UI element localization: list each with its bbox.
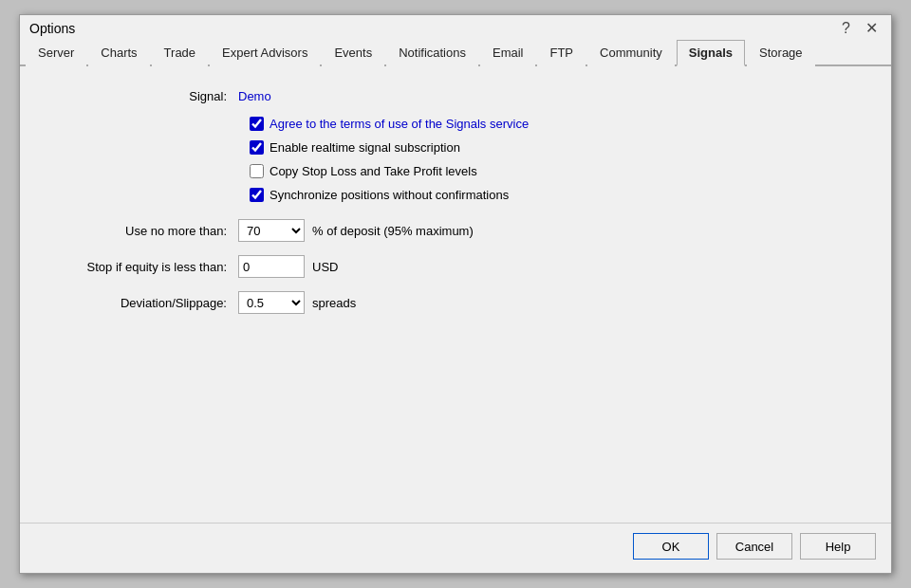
checkbox-realtime-signal[interactable]: Enable realtime signal subscription [250,140,863,155]
checkbox-realtime-signal-input[interactable] [250,140,264,155]
tab-notifications[interactable]: Notifications [386,40,478,66]
help-button[interactable]: Help [800,533,876,560]
content-area: Signal: Demo Agree to the terms of use o… [20,66,891,523]
checkbox-copy-stop-loss[interactable]: Copy Stop Loss and Take Profit levels [250,164,863,178]
signal-value: Demo [238,89,271,103]
help-icon-button[interactable]: ? [838,21,854,36]
form-rows: Use no more than: 70 75 80 85 90 95 % of… [48,219,863,314]
use-no-more-suffix: % of deposit (95% maximum) [312,224,474,238]
checkbox-realtime-signal-label: Enable realtime signal subscription [270,140,460,155]
stop-equity-suffix: USD [312,260,338,274]
stop-equity-row: Stop if equity is less than: USD [48,255,863,278]
cancel-button[interactable]: Cancel [716,533,792,560]
options-dialog: Options ? ✕ Server Charts Trade Expert A… [19,14,892,574]
title-bar: Options ? ✕ [20,15,891,40]
tab-signals[interactable]: Signals [677,40,745,66]
tab-events[interactable]: Events [322,40,384,66]
tab-bar: Server Charts Trade Expert Advisors Even… [20,40,891,66]
checkbox-synchronize[interactable]: Synchronize positions without confirmati… [250,188,863,202]
signal-label: Signal: [48,89,238,103]
tab-trade[interactable]: Trade [152,40,208,66]
use-no-more-control: 70 75 80 85 90 95 % of deposit (95% maxi… [238,219,474,242]
footer: OK Cancel Help [20,523,891,573]
checkbox-agree-terms[interactable]: Agree to the terms of use of the Signals… [250,117,863,131]
deviation-suffix: spreads [312,296,356,310]
stop-equity-control: USD [238,255,338,278]
deviation-row: Deviation/Slippage: 0.5 1 1.5 2 2.5 3 sp… [48,291,863,314]
checkboxes-section: Agree to the terms of use of the Signals… [250,117,863,202]
use-no-more-label: Use no more than: [48,224,238,238]
checkbox-agree-terms-label: Agree to the terms of use of the Signals… [270,117,529,131]
tab-ftp[interactable]: FTP [537,40,586,66]
checkbox-synchronize-input[interactable] [250,188,264,202]
deviation-label: Deviation/Slippage: [48,296,238,310]
tab-storage[interactable]: Storage [747,40,815,66]
deviation-dropdown[interactable]: 0.5 1 1.5 2 2.5 3 [238,291,305,314]
tab-community[interactable]: Community [587,40,675,66]
tab-charts[interactable]: Charts [88,40,149,66]
ok-button[interactable]: OK [633,533,709,560]
close-button[interactable]: ✕ [862,21,882,36]
use-no-more-dropdown[interactable]: 70 75 80 85 90 95 [238,219,305,242]
signal-row: Signal: Demo [48,89,863,103]
use-no-more-row: Use no more than: 70 75 80 85 90 95 % of… [48,219,863,242]
stop-equity-input[interactable] [238,255,305,278]
stop-equity-label: Stop if equity is less than: [48,260,238,274]
checkbox-synchronize-label: Synchronize positions without confirmati… [270,188,509,202]
checkbox-copy-stop-loss-label: Copy Stop Loss and Take Profit levels [270,164,477,178]
deviation-control: 0.5 1 1.5 2 2.5 3 spreads [238,291,356,314]
tab-server[interactable]: Server [26,40,86,66]
checkbox-copy-stop-loss-input[interactable] [250,164,264,178]
dialog-title: Options [29,21,75,36]
checkbox-agree-terms-input[interactable] [250,117,264,131]
tab-email[interactable]: Email [480,40,536,66]
tab-expert-advisors[interactable]: Expert Advisors [210,40,320,66]
